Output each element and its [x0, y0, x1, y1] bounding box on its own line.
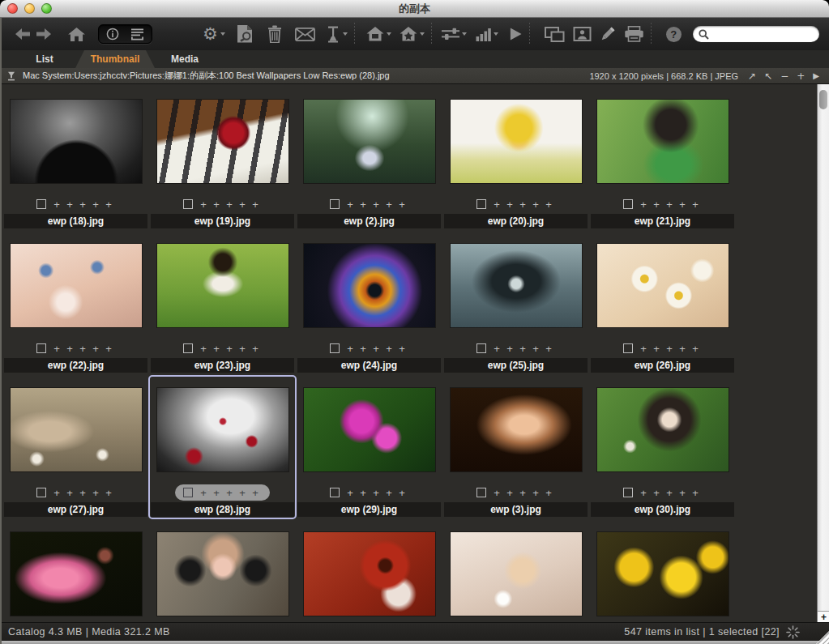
- scrollbar-thumb[interactable]: [819, 90, 827, 109]
- thumbnail-cell[interactable]: +++++ ewp (20).jpg: [444, 89, 588, 228]
- play-pane-icon[interactable]: ▶: [813, 72, 819, 80]
- rating-plus[interactable]: +: [370, 343, 382, 354]
- rating-plus[interactable]: +: [529, 343, 542, 354]
- rating-plus[interactable]: +: [249, 343, 262, 354]
- rating-plus[interactable]: +: [370, 199, 382, 210]
- rating-plus[interactable]: +: [395, 343, 408, 354]
- checkbox[interactable]: [183, 488, 193, 497]
- rating-plus[interactable]: +: [223, 199, 236, 210]
- rating-plus[interactable]: +: [210, 343, 223, 354]
- find-similar-button[interactable]: [237, 25, 253, 43]
- rating-plus[interactable]: +: [223, 343, 236, 354]
- open-external-icon[interactable]: ↗: [748, 71, 756, 81]
- rating-plus[interactable]: +: [236, 343, 249, 354]
- tab-media[interactable]: Media: [161, 50, 208, 68]
- kitten-thumbnail[interactable]: [451, 532, 582, 616]
- rating-plus[interactable]: +: [676, 488, 689, 498]
- rating-plus[interactable]: +: [650, 488, 663, 498]
- rating-plus[interactable]: +: [542, 343, 555, 354]
- search-field[interactable]: [693, 26, 819, 42]
- zoom-button[interactable]: [41, 3, 52, 14]
- red-gerbera-thumbnail[interactable]: [304, 532, 435, 616]
- pink-rose-thumbnail[interactable]: [11, 532, 142, 616]
- zoom-in-icon[interactable]: +: [797, 71, 805, 81]
- rating-plus[interactable]: +: [89, 199, 102, 210]
- grass-woman-thumbnail[interactable]: [597, 388, 729, 471]
- field-woman-thumbnail[interactable]: [157, 244, 288, 327]
- rating-plus[interactable]: +: [490, 343, 503, 354]
- rating-plus[interactable]: +: [663, 199, 676, 210]
- rating-plus[interactable]: +: [357, 199, 370, 210]
- thumbnail-cell[interactable]: +++++ ewp (30).jpg: [591, 377, 734, 517]
- media-viewer-button[interactable]: [573, 27, 592, 41]
- rating-plus[interactable]: +: [637, 199, 650, 210]
- thumbnail-cell[interactable]: +++++: [591, 522, 734, 622]
- thumbnail-cell[interactable]: +++++ ewp (22).jpg: [4, 233, 147, 373]
- rating-plus[interactable]: +: [63, 343, 76, 354]
- rating-plus[interactable]: +: [382, 199, 395, 210]
- rating-plus[interactable]: +: [197, 488, 210, 498]
- thumbnail-cell[interactable]: +++++ ewp (29).jpg: [297, 377, 441, 517]
- info-toggle-button[interactable]: [106, 28, 119, 41]
- checkbox[interactable]: [36, 199, 46, 209]
- rating-plus[interactable]: +: [637, 488, 650, 498]
- rating-plus[interactable]: +: [516, 199, 529, 210]
- children-field-thumbnail[interactable]: [11, 388, 142, 471]
- rating-plus[interactable]: +: [650, 343, 663, 354]
- thumbnail-cell[interactable]: +++++ ewp (18).jpg: [4, 89, 147, 228]
- checkbox[interactable]: [36, 343, 46, 353]
- rating-plus[interactable]: +: [370, 488, 382, 498]
- rating-plus[interactable]: +: [503, 199, 516, 210]
- rating-plus[interactable]: +: [490, 488, 503, 498]
- tab-thumbnail[interactable]: Thumbnail: [75, 50, 155, 68]
- rating-plus[interactable]: +: [503, 343, 516, 354]
- checkbox[interactable]: [330, 199, 340, 209]
- checkbox[interactable]: [476, 488, 486, 497]
- rating-plus[interactable]: +: [210, 488, 223, 498]
- close-button[interactable]: [7, 3, 18, 14]
- rating-plus[interactable]: +: [529, 488, 542, 498]
- search-input[interactable]: [712, 29, 814, 39]
- rating-plus[interactable]: +: [236, 488, 249, 498]
- rose-piano-thumbnail[interactable]: [157, 100, 288, 183]
- checkbox[interactable]: [476, 343, 486, 353]
- rating-plus[interactable]: +: [542, 199, 555, 210]
- title-bar[interactable]: 的副本: [0, 0, 829, 18]
- zoom-out-icon[interactable]: −: [780, 71, 788, 81]
- thumbnail-cell[interactable]: +++++ ewp (25).jpg: [444, 233, 588, 373]
- forest-girl-thumbnail[interactable]: [304, 100, 435, 183]
- rating-plus[interactable]: +: [102, 488, 115, 498]
- run-slideshow-button[interactable]: [509, 27, 523, 41]
- home-button[interactable]: [68, 28, 85, 41]
- delete-button[interactable]: [267, 25, 283, 43]
- thumbnail-cell[interactable]: +++++ ewp (19).jpg: [151, 89, 294, 228]
- face-hand-thumbnail[interactable]: [11, 244, 142, 327]
- sort-icon[interactable]: [6, 71, 16, 81]
- baby-hands-thumbnail[interactable]: [451, 388, 582, 471]
- rating-plus[interactable]: +: [249, 488, 262, 498]
- rating-plus[interactable]: +: [344, 343, 357, 354]
- checkbox[interactable]: [476, 199, 486, 209]
- rating-plus[interactable]: +: [102, 343, 115, 354]
- voice-annotation-button[interactable]: [326, 26, 348, 43]
- catalog-folders-button[interactable]: [366, 27, 391, 41]
- rating-plus[interactable]: +: [344, 199, 357, 210]
- rating-plus[interactable]: +: [50, 488, 63, 498]
- rating-plus[interactable]: +: [516, 343, 529, 354]
- thumbnail-cell[interactable]: +++++ ewp (27).jpg: [4, 377, 147, 517]
- print-button[interactable]: [624, 26, 644, 42]
- rating-plus[interactable]: +: [490, 199, 503, 210]
- email-button[interactable]: [295, 28, 315, 41]
- rating-plus[interactable]: +: [76, 488, 89, 498]
- rating-plus[interactable]: +: [516, 488, 529, 498]
- rating-plus[interactable]: +: [542, 488, 555, 498]
- rating-plus[interactable]: +: [50, 199, 63, 210]
- rating-plus[interactable]: +: [249, 199, 262, 210]
- reveal-icon[interactable]: ↖: [764, 71, 772, 81]
- organize-button[interactable]: [442, 28, 467, 41]
- rating-plus[interactable]: +: [344, 488, 357, 498]
- daisies-thumbnail[interactable]: [597, 244, 729, 327]
- rating-plus[interactable]: +: [529, 199, 542, 210]
- rating-plus[interactable]: +: [382, 488, 395, 498]
- rating-plus[interactable]: +: [89, 343, 102, 354]
